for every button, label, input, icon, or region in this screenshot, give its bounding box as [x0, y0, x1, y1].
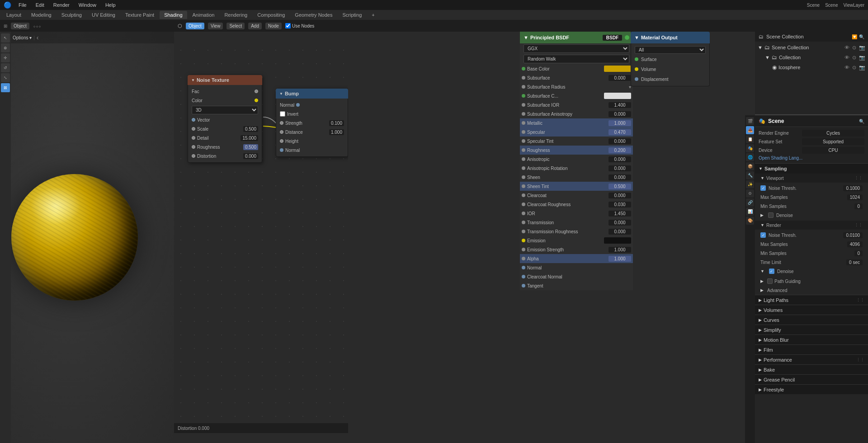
open-shading-link[interactable]: Open Shading Lang... — [759, 156, 864, 160]
hide-viewport-icon-ico[interactable]: ⊙ — [852, 65, 856, 71]
vtab-output[interactable]: 📤 — [746, 126, 754, 134]
specular-value[interactable]: 0.470 — [609, 129, 631, 135]
bump-invert-checkbox[interactable] — [280, 111, 285, 117]
roughness-value-bsdf[interactable]: 0.200 — [609, 147, 631, 153]
move-tool[interactable]: ✛ — [1, 53, 10, 62]
subsurface-method-select[interactable]: Random Walk — [524, 55, 629, 63]
viewport-subsection-header[interactable]: ▼ Viewport ⋮⋮ — [755, 174, 868, 183]
render-icon-sc[interactable]: 📷 — [859, 45, 865, 51]
specular-tint-value[interactable]: 0.000 — [609, 138, 631, 144]
tab-compositing[interactable]: Compositing — [253, 11, 289, 19]
max-samples-viewport-value[interactable]: 1024 — [847, 194, 863, 200]
node-canvas[interactable]: ▼ Noise Texture Fac Color 3D — [174, 43, 348, 433]
transmission-value[interactable]: 0.000 — [609, 220, 631, 226]
outliner-icosphere[interactable]: ◉ Icosphere 👁 ⊙ 📷 — [755, 62, 868, 72]
denoise-render-checkbox[interactable]: ✓ — [769, 269, 774, 274]
aniso-rotation-value[interactable]: 0.000 — [609, 165, 631, 171]
hide-viewport-icon-sc[interactable]: ⊙ — [852, 45, 856, 51]
subsurface-ior-value[interactable]: 1.400 — [609, 102, 631, 108]
light-paths-menu[interactable]: ⋮⋮ — [856, 298, 864, 302]
vtab-constraints[interactable]: 🔗 — [746, 198, 754, 207]
subsurface-value[interactable]: 0.000 — [609, 75, 631, 81]
tab-add[interactable]: + — [367, 11, 379, 19]
outliner-filter-icon[interactable]: 🔽 — [852, 34, 857, 39]
roughness-value[interactable]: 0.500 — [243, 144, 258, 150]
metallic-value[interactable]: 1.000 — [609, 120, 631, 126]
performance-header[interactable]: ▶ Performance ⋮⋮ — [755, 354, 868, 364]
scale-value[interactable]: 0.500 — [243, 126, 258, 132]
render-subsec-menu[interactable]: ⋮⋮ — [854, 223, 863, 227]
subsurface-c-swatch[interactable] — [604, 93, 631, 99]
transmission-roughness-value[interactable]: 0.000 — [609, 229, 631, 235]
cursor-tool[interactable]: ⊕ — [1, 43, 10, 52]
menu-help[interactable]: Help — [104, 1, 118, 9]
min-samples-render-value[interactable]: 0 — [854, 250, 863, 256]
clearcoat-value[interactable]: 0.000 — [609, 193, 631, 198]
viewport-3d[interactable]: Options ▾ | ‹ — [0, 32, 174, 443]
collapse-btn[interactable]: ‹ — [37, 34, 39, 41]
vtab-scene[interactable]: 🎭 — [746, 144, 754, 152]
tab-sculpting[interactable]: Sculpting — [57, 11, 86, 19]
outliner-search-icon[interactable]: 🔍 — [859, 34, 864, 39]
tab-animation[interactable]: Animation — [188, 11, 219, 19]
sheen-tint-value[interactable]: 0.500 — [609, 184, 631, 189]
vtab-material[interactable]: 🎨 — [746, 217, 754, 225]
time-limit-value[interactable]: 0 sec — [846, 259, 863, 265]
noise-texture-header[interactable]: ▼ Noise Texture — [188, 75, 262, 85]
render-icon-col[interactable]: 📷 — [859, 55, 865, 61]
base-color-swatch[interactable] — [604, 66, 631, 72]
mat-output-dropdown[interactable]: All — [635, 46, 706, 54]
menu-window[interactable]: Window — [77, 1, 98, 9]
options-btn[interactable]: Options ▾ — [13, 35, 32, 40]
rotate-tool[interactable]: ↺ — [1, 63, 10, 72]
eye-icon-sc[interactable]: 👁 — [844, 45, 849, 51]
btn-add[interactable]: Add — [248, 23, 262, 29]
grease-pencil-header[interactable]: ▶ Grease Pencil — [755, 374, 868, 384]
performance-menu[interactable]: ⋮⋮ — [856, 358, 864, 362]
vtab-render[interactable]: 🎬 — [746, 117, 754, 125]
menu-file[interactable]: File — [17, 1, 28, 9]
render-engine-value[interactable]: Cycles — [802, 130, 864, 137]
vtab-modifiers[interactable]: 🔧 — [746, 171, 754, 179]
search-icon[interactable]: 🔍 — [859, 119, 864, 124]
menu-edit[interactable]: Edit — [34, 1, 46, 9]
alpha-value[interactable]: 1.000 — [609, 256, 631, 262]
volumes-header[interactable]: ▶ Volumes — [755, 305, 868, 315]
vtab-world[interactable]: 🌐 — [746, 153, 754, 161]
bump-distance-value[interactable]: 1.000 — [329, 129, 344, 135]
sheen-value[interactable]: 0.000 — [609, 174, 631, 180]
subsurface-aniso-value[interactable]: 0.000 — [609, 111, 631, 117]
advanced-row[interactable]: ▶ Advanced — [755, 286, 868, 295]
dimension-select[interactable]: 3D — [192, 106, 258, 114]
noise-thresh-viewport-value[interactable]: 0.1000 — [843, 185, 863, 191]
transform-tool[interactable]: ⊠ — [1, 83, 10, 92]
tab-modeling[interactable]: Modeling — [27, 11, 56, 19]
outliner-collection[interactable]: ▼ 🗂 Collection 👁 ⊙ 📷 — [755, 52, 868, 62]
clearcoat-roughness-value[interactable]: 0.030 — [609, 202, 631, 207]
use-nodes-checkbox[interactable] — [285, 23, 291, 28]
btn-select[interactable]: Select — [226, 23, 245, 29]
tab-shading[interactable]: Shading — [160, 11, 187, 19]
vtab-view-layer[interactable]: 📋 — [746, 135, 754, 143]
tab-layout[interactable]: Layout — [2, 11, 26, 19]
tab-geometry-nodes[interactable]: Geometry Nodes — [290, 11, 337, 19]
hide-viewport-icon-col[interactable]: ⊙ — [852, 55, 856, 61]
eye-icon-ico[interactable]: 👁 — [844, 65, 849, 71]
emission-swatch[interactable] — [604, 237, 631, 244]
tab-scripting[interactable]: Scripting — [338, 11, 366, 19]
btn-object[interactable]: Object — [186, 23, 204, 29]
eye-icon-col[interactable]: 👁 — [844, 55, 849, 61]
feature-set-value[interactable]: Supported — [802, 138, 864, 145]
mat-output-header[interactable]: ▼ Material Output — [631, 32, 710, 43]
light-paths-header[interactable]: ▶ Light Paths ⋮⋮ — [755, 295, 868, 305]
path-guiding-row[interactable]: ▶ Path Guiding — [755, 277, 868, 286]
tab-texture-paint[interactable]: Texture Paint — [121, 11, 159, 19]
mode-button[interactable]: Object — [11, 23, 29, 29]
noise-thresh-viewport-checkbox[interactable]: ✓ — [760, 185, 766, 191]
freestyle-header[interactable]: ▶ Freestyle — [755, 384, 868, 394]
film-header[interactable]: ▶ Film — [755, 344, 868, 354]
noise-thresh-render-checkbox[interactable]: ✓ — [760, 232, 766, 238]
distribution-select[interactable]: GGX — [524, 44, 629, 53]
min-samples-viewport-value[interactable]: 0 — [854, 203, 863, 209]
menu-render[interactable]: Render — [52, 1, 71, 9]
